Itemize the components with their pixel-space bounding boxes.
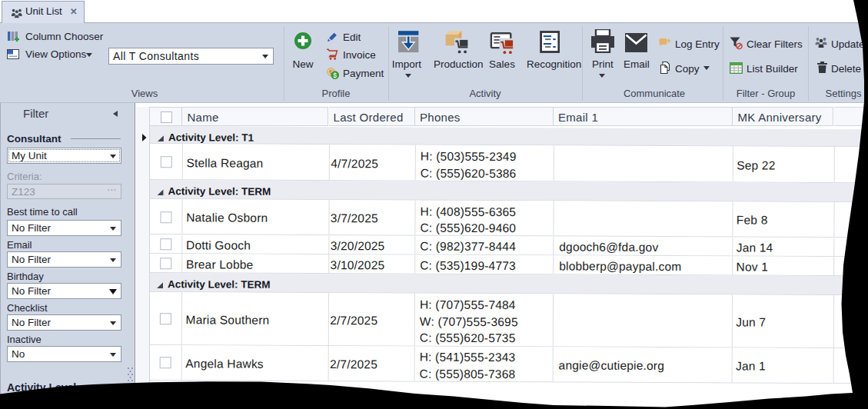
svg-text:$: $ — [333, 71, 337, 79]
